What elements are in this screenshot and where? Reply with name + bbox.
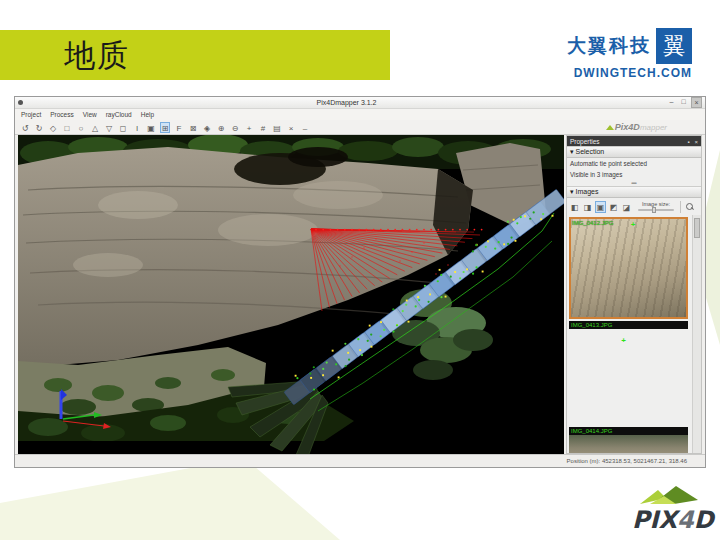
toolbar-icon-9[interactable]: ▣ <box>146 122 156 133</box>
section-images[interactable]: ▾ Images <box>567 186 701 198</box>
right-panel: Properties ▪ × ▾ Selection Automatic tie… <box>566 135 702 454</box>
toolbar-icon-17[interactable]: # <box>258 122 268 133</box>
toolbar-icon-3[interactable]: □ <box>62 122 72 133</box>
toolbar-icon-10[interactable]: ⊞ <box>160 122 170 133</box>
toolbar-icon-11[interactable]: F <box>174 122 184 133</box>
tiepoint-marker-icon: + <box>631 222 636 228</box>
slide: 地质 大翼科技 翼 DWINGTECH.COM Pix4Dmapper 3.1.… <box>0 0 720 540</box>
images-toolbar-icon-0[interactable]: ◧ <box>569 201 580 213</box>
toolbar-icon-7[interactable]: ◻ <box>118 122 128 133</box>
panel-dock-icon[interactable]: ▪ <box>688 139 690 145</box>
menu-view[interactable]: View <box>83 111 97 118</box>
toolbar-separator <box>680 201 681 213</box>
toolbar-icon-0[interactable]: ↺ <box>20 122 30 133</box>
thumbnail-label: IMG_0413.JPG <box>569 321 688 329</box>
toolbar-icon-8[interactable]: I <box>132 122 142 133</box>
images-toolbar: ◧◨▣◩◪ Image size: <box>567 198 701 215</box>
thumbnail-photo <box>569 329 688 425</box>
toolbar-icon-18[interactable]: ▤ <box>272 122 282 133</box>
thumbnail-label: IMG_0414.JPG <box>569 427 688 435</box>
image-size-slider[interactable] <box>638 207 674 213</box>
panel-title: Properties <box>570 138 600 145</box>
pix4d-watermark: Pix4Dmapper <box>606 120 667 135</box>
menu-help[interactable]: Help <box>141 111 154 118</box>
magnifier-icon[interactable] <box>686 203 694 211</box>
menu-project[interactable]: Project <box>21 111 41 118</box>
toolbar-icon-4[interactable]: ○ <box>76 122 86 133</box>
close-button[interactable]: × <box>691 97 702 108</box>
pointcloud-scene <box>18 135 564 458</box>
image-size-control: Image size: <box>636 201 676 213</box>
thumbnail-label: IMG_0412.JPG <box>572 220 613 227</box>
panel-titlebar[interactable]: Properties ▪ × <box>567 136 701 146</box>
pix4d-footer-logo: PIX4D <box>606 484 710 534</box>
menu-bar: ProjectProcessViewrayCloudHelp <box>15 109 705 120</box>
menu-process[interactable]: Process <box>50 111 73 118</box>
brand-domain: DWINGTECH.COM <box>567 66 692 80</box>
images-toolbar-icon-1[interactable]: ◨ <box>582 201 593 213</box>
decor-wedge-bottom-left <box>0 458 340 540</box>
toolbar-icon-14[interactable]: ⊕ <box>216 122 226 133</box>
slider-handle[interactable] <box>652 207 656 213</box>
maximize-button[interactable]: □ <box>679 97 688 108</box>
viewport-3d[interactable] <box>18 135 564 454</box>
pix4d-watermark-icon <box>606 125 614 130</box>
image-thumbnail-list: IMG_0412.JPG+IMG_0413.JPG+IMG_0414.JPG <box>567 215 701 453</box>
status-bar: Position (m): 452318.53, 5021467.21, 318… <box>15 454 705 467</box>
toolbar-icon-20[interactable]: – <box>300 122 310 133</box>
images-toolbar-icon-4[interactable]: ◪ <box>621 201 632 213</box>
pix4d-footer-text: PIX4D <box>632 506 714 534</box>
toolbar-icon-2[interactable]: ◇ <box>48 122 58 133</box>
section-selection[interactable]: ▾ Selection <box>567 146 701 158</box>
slide-title-bar: 地质 <box>0 30 390 80</box>
toolbar-icon-19[interactable]: × <box>286 122 296 133</box>
brand-icon: 翼 <box>656 28 692 64</box>
selection-info-line1: Automatic tie point selected <box>567 158 701 169</box>
toolbar-icon-15[interactable]: ⊖ <box>230 122 240 133</box>
minimize-button[interactable]: – <box>667 97 676 108</box>
tiepoint-marker-icon: + <box>621 338 626 344</box>
window-titlebar[interactable]: Pix4Dmapper 3.1.2 – □ × <box>15 97 705 109</box>
toolbar-icon-12[interactable]: ⊠ <box>188 122 198 133</box>
toolbar: ↺↻◇□○△▽◻I▣⊞F⊠◈⊕⊖+#▤×–Pix4Dmapper <box>15 120 705 135</box>
panel-close-icon[interactable]: × <box>694 139 698 145</box>
toolbar-icon-13[interactable]: ◈ <box>202 122 212 133</box>
image-thumbnail-1[interactable]: IMG_0413.JPG+ <box>569 321 688 425</box>
scrollbar-thumb[interactable] <box>694 218 700 238</box>
images-toolbar-icon-3[interactable]: ◩ <box>608 201 619 213</box>
thumbnail-photo <box>569 435 688 453</box>
window-title: Pix4Dmapper 3.1.2 <box>26 97 667 108</box>
toolbar-icon-16[interactable]: + <box>244 122 254 133</box>
panel-scrollbar[interactable] <box>692 215 701 453</box>
brand-logo: 大翼科技 翼 DWINGTECH.COM <box>567 28 692 80</box>
toolbar-icon-1[interactable]: ↻ <box>34 122 44 133</box>
brand-name: 大翼科技 <box>567 33 651 59</box>
image-thumbnail-0[interactable]: IMG_0412.JPG+ <box>569 217 688 319</box>
thumbnail-photo <box>571 219 686 317</box>
pix4d-window: Pix4Dmapper 3.1.2 – □ × ProjectProcessVi… <box>14 96 706 468</box>
menu-raycloud[interactable]: rayCloud <box>106 111 132 118</box>
app-icon <box>18 100 23 105</box>
toolbar-icon-6[interactable]: ▽ <box>104 122 114 133</box>
image-thumbnail-2[interactable]: IMG_0414.JPG <box>569 427 688 453</box>
images-toolbar-icon-2[interactable]: ▣ <box>595 201 606 213</box>
page-title: 地质 <box>0 30 390 80</box>
toolbar-icon-5[interactable]: △ <box>90 122 100 133</box>
